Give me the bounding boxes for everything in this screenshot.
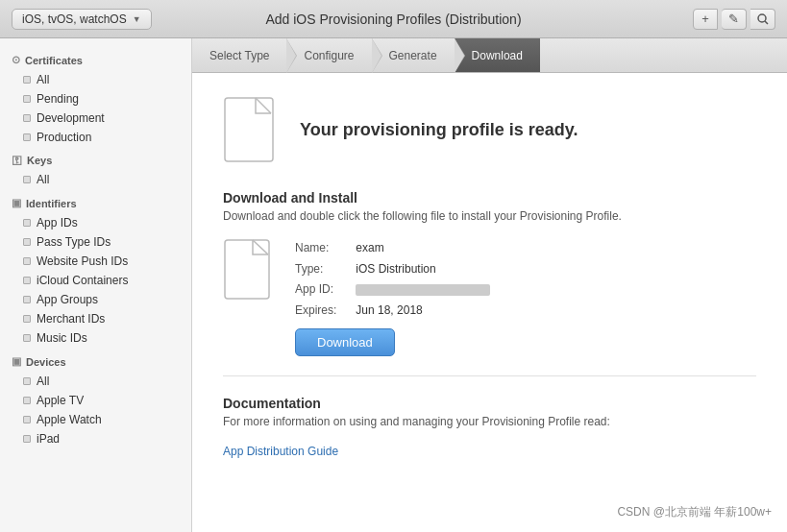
profile-name-row: Name: exam [295, 238, 490, 259]
sidebar-section-certificates: ⊙ Certificates [0, 46, 191, 70]
sidebar-item-keys-all[interactable]: All [0, 170, 191, 189]
doc-link[interactable]: App Distribution Guide [223, 445, 338, 458]
profile-expires-row: Expires: Jun 18, 2018 [295, 301, 490, 322]
sidebar-section-keys-label: Keys [27, 155, 52, 166]
sidebar-item-icloud-containers[interactable]: iCloud Containers [0, 271, 191, 290]
sidebar-item-certificates-production[interactable]: Production [0, 128, 191, 147]
sidebar-item-apple-tv[interactable]: Apple TV [0, 391, 191, 410]
bullet-icon [23, 238, 31, 246]
bullet-icon [23, 257, 31, 265]
profile-expires-value: Jun 18, 2018 [356, 303, 422, 317]
identifiers-icon: ▣ [12, 197, 21, 209]
profile-appid-row: App ID: [295, 279, 490, 301]
sidebar-item-app-groups[interactable]: App Groups [0, 290, 191, 309]
profile-expires-label: Expires: [295, 301, 353, 322]
ready-title: Your provisioning profile is ready. [300, 120, 578, 140]
ready-section: Your provisioning profile is ready. [223, 96, 756, 163]
bullet-icon [23, 334, 31, 342]
profile-appid-value [356, 284, 490, 296]
devices-icon: ▣ [12, 355, 21, 368]
page-title: Add iOS Provisioning Profiles (Distribut… [265, 12, 521, 27]
profile-name-value: exam [356, 241, 383, 254]
doc-section-desc: For more information on using and managi… [223, 415, 756, 428]
bullet-icon [23, 133, 31, 141]
profile-details: Name: exam Type: iOS Distribution App ID… [295, 238, 490, 356]
content-area: Select Type Configure Generate Download [192, 38, 787, 532]
profile-file-icon [223, 238, 276, 301]
step-download[interactable]: Download [455, 38, 540, 72]
sidebar-item-pass-type-ids[interactable]: Pass Type IDs [0, 232, 191, 252]
sidebar-item-website-push-ids[interactable]: Website Push IDs [0, 252, 191, 271]
bullet-icon [23, 296, 31, 303]
key-icon: ⚿ [12, 155, 22, 166]
profile-type-value: iOS Distribution [356, 262, 435, 276]
bullet-icon [23, 95, 31, 103]
sidebar-item-apple-watch[interactable]: Apple Watch [0, 410, 191, 429]
sidebar-section-identifiers-label: Identifiers [26, 198, 77, 209]
svg-line-1 [765, 21, 768, 24]
bullet-icon [23, 377, 31, 385]
sidebar-item-devices-all[interactable]: All [0, 372, 191, 391]
download-install-title: Download and Install [223, 190, 756, 206]
bullet-icon [23, 277, 31, 284]
bullet-icon [23, 416, 31, 423]
sidebar-section-keys: ⚿ Keys [0, 147, 191, 170]
profile-type-label: Type: [295, 259, 353, 280]
bullet-icon [23, 219, 31, 227]
divider [223, 375, 756, 376]
download-button[interactable]: Download [295, 328, 395, 356]
file-icon [223, 96, 281, 163]
documentation-section: Documentation For more information on us… [223, 396, 756, 458]
profile-type-row: Type: iOS Distribution [295, 259, 490, 280]
bullet-icon [23, 435, 31, 443]
certificate-icon: ⊙ [12, 54, 20, 66]
bullet-icon [23, 76, 31, 84]
download-install-section: Download and Install Download and double… [223, 190, 756, 223]
bullet-icon [23, 114, 31, 122]
doc-section-title: Documentation [223, 396, 756, 411]
sidebar-item-certificates-all[interactable]: All [0, 70, 191, 89]
bullet-icon [23, 397, 31, 404]
sidebar-item-certificates-development[interactable]: Development [0, 109, 191, 128]
svg-point-0 [758, 14, 766, 22]
edit-button[interactable]: ✎ [722, 9, 747, 30]
chevron-down-icon: ▼ [133, 14, 141, 24]
toolbar-actions: + ✎ [693, 9, 775, 30]
sidebar: ⊙ Certificates All Pending Development P… [0, 38, 192, 532]
top-bar: iOS, tvOS, watchOS ▼ Add iOS Provisionin… [0, 0, 787, 38]
sidebar-section-certificates-label: Certificates [25, 55, 83, 66]
platform-label: iOS, tvOS, watchOS [22, 12, 127, 26]
profile-name-label: Name: [295, 238, 353, 259]
sidebar-item-ipad[interactable]: iPad [0, 429, 191, 448]
sidebar-item-merchant-ids[interactable]: Merchant IDs [0, 309, 191, 328]
step-configure[interactable]: Configure [286, 38, 371, 72]
platform-selector[interactable]: iOS, tvOS, watchOS ▼ [12, 9, 152, 30]
add-button[interactable]: + [693, 9, 718, 30]
sidebar-section-identifiers: ▣ Identifiers [0, 189, 191, 213]
profile-appid-label: App ID: [295, 279, 353, 301]
download-install-desc: Download and double click the following … [223, 209, 756, 223]
step-select-type[interactable]: Select Type [192, 38, 286, 72]
sidebar-section-devices: ▣ Devices [0, 348, 191, 372]
search-button[interactable] [750, 9, 775, 30]
bullet-icon [23, 176, 31, 183]
sidebar-item-music-ids[interactable]: Music IDs [0, 328, 191, 348]
steps-bar: Select Type Configure Generate Download [192, 38, 787, 73]
content-body: Your provisioning profile is ready. Down… [192, 73, 787, 532]
bullet-icon [23, 315, 31, 323]
sidebar-item-certificates-pending[interactable]: Pending [0, 89, 191, 109]
profile-card: Name: exam Type: iOS Distribution App ID… [223, 238, 756, 356]
sidebar-item-app-ids[interactable]: App IDs [0, 213, 191, 232]
step-generate[interactable]: Generate [372, 38, 455, 72]
sidebar-section-devices-label: Devices [26, 356, 66, 368]
